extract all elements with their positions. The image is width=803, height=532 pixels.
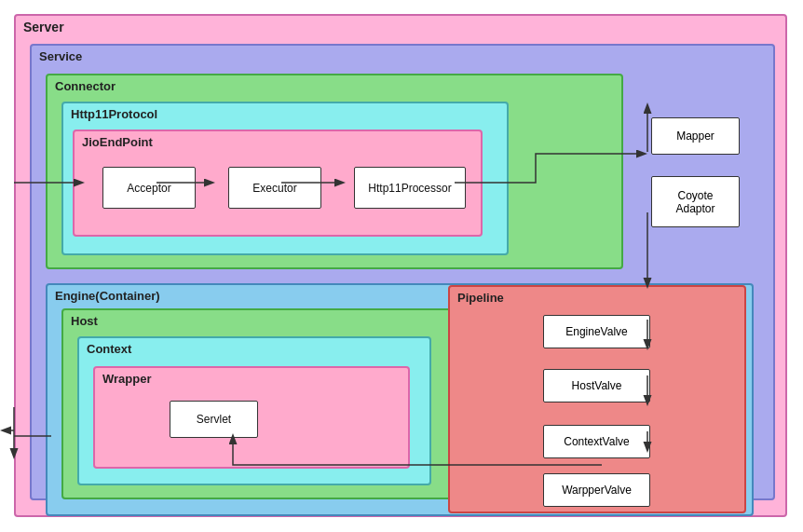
executor-box: Executor [228, 167, 321, 209]
context-valve-box: ContextValve [543, 425, 650, 458]
servlet-box: Servlet [170, 401, 258, 438]
http11processor-label: Http11Processor [368, 182, 451, 195]
diagram-container: Server Service Connector Http11Protocol … [0, 0, 803, 532]
acceptor-box: Acceptor [102, 167, 196, 209]
coyote-adaptor-label: Coyote Adaptor [675, 189, 715, 215]
http11processor-box: Http11Processor [354, 167, 466, 209]
engine-label: Engine(Container) [55, 289, 160, 303]
connector-label: Connector [55, 79, 116, 93]
server-box: Server Service Connector Http11Protocol … [14, 14, 787, 517]
servlet-label: Servlet [197, 413, 231, 426]
acceptor-label: Acceptor [127, 182, 170, 195]
connector-box: Connector Http11Protocol JioEndPoint Acc… [46, 74, 623, 269]
wrapper-box: Wrapper Servlet [93, 366, 410, 469]
host-box: Host Context Wrapper Servlet [61, 308, 453, 499]
pipeline-label: Pipeline [457, 291, 504, 305]
context-label: Context [87, 342, 131, 356]
host-valve-box: HostValve [543, 369, 650, 402]
pipeline-box: Pipeline EngineValve HostValve ContextVa… [448, 285, 746, 513]
service-label: Service [39, 49, 82, 63]
http11protocol-box: Http11Protocol JioEndPoint Acceptor Exec… [61, 102, 509, 255]
warpper-valve-box: WarpperValve [543, 473, 650, 507]
executor-label: Executor [252, 182, 296, 195]
warpper-valve-label: WarpperValve [562, 484, 632, 497]
jioendpoint-label: JioEndPoint [82, 135, 153, 149]
host-label: Host [71, 314, 98, 328]
context-box: Context Wrapper Servlet [77, 336, 431, 485]
service-box: Service Connector Http11Protocol JioEndP… [30, 44, 775, 500]
coyote-adaptor-box: Coyote Adaptor [651, 176, 740, 227]
host-valve-label: HostValve [572, 379, 622, 392]
mapper-box: Mapper [651, 117, 740, 155]
context-valve-label: ContextValve [564, 435, 629, 448]
http11protocol-label: Http11Protocol [71, 107, 157, 121]
jioendpoint-box: JioEndPoint Acceptor Executor Http11Proc… [73, 130, 483, 237]
engine-box: Engine(Container) Host Context Wrapper S… [46, 283, 754, 516]
engine-valve-label: EngineValve [565, 325, 628, 338]
mapper-label: Mapper [676, 130, 715, 143]
engine-valve-box: EngineValve [543, 315, 650, 348]
wrapper-label: Wrapper [102, 372, 152, 386]
server-label: Server [23, 20, 64, 34]
